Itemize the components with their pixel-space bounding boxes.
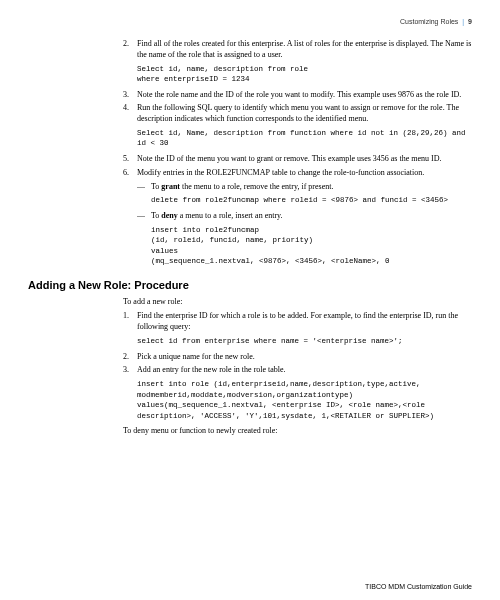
sub-deny-code: insert into role2funcmap (id, roleid, fu… <box>151 225 472 267</box>
step-6: 6. Modify entries in the ROLE2FUNCMAP ta… <box>123 168 472 179</box>
main-content: 2. Find all of the roles created for thi… <box>123 39 472 267</box>
page-number: 9 <box>468 18 472 25</box>
sub-grant-code: delete from role2funcmap where roleid = … <box>151 195 472 206</box>
section-heading: Adding a New Role: Procedure <box>28 279 472 291</box>
sub-text: To deny a menu to a role, insert an entr… <box>151 211 472 222</box>
step-4: 4. Run the following SQL query to identi… <box>123 103 472 125</box>
step-text: Modify entries in the ROLE2FUNCMAP table… <box>137 168 472 179</box>
step-text: Find the enterprise ID for which a role … <box>137 311 472 333</box>
section-intro: To add a new role: <box>123 297 472 308</box>
sub-text: To grant the menu to a role, remove the … <box>151 182 472 193</box>
step-5: 5. Note the ID of the menu you want to g… <box>123 154 472 165</box>
step-num: 3. <box>123 90 137 101</box>
page-footer: TIBCO MDM Customization Guide <box>365 583 472 590</box>
step-4-code: Select id, Name, description from functi… <box>137 128 472 149</box>
add-step-3-code: insert into role (id,enterpriseid,name,d… <box>137 379 472 421</box>
section2-content: 1. Find the enterprise ID for which a ro… <box>123 311 472 421</box>
step-num: 4. <box>123 103 137 125</box>
step-text: Note the role name and the ID of the rol… <box>137 90 472 101</box>
step-num: 5. <box>123 154 137 165</box>
add-step-2: 2. Pick a unique name for the new role. <box>123 352 472 363</box>
step-num: 1. <box>123 311 137 333</box>
step-num: 3. <box>123 365 137 376</box>
sub-deny: — To deny a menu to a role, insert an en… <box>137 211 472 222</box>
step-text: Run the following SQL query to identify … <box>137 103 472 125</box>
step-2-code: Select id, name, description from rolewh… <box>137 64 472 85</box>
step-text: Note the ID of the menu you want to gran… <box>137 154 472 165</box>
step-text: Add an entry for the new role in the rol… <box>137 365 472 376</box>
header-title: Customizing Roles <box>400 18 458 25</box>
page-header: Customizing Roles | 9 <box>28 18 472 25</box>
step-num: 6. <box>123 168 137 179</box>
step-text: Pick a unique name for the new role. <box>137 352 472 363</box>
step-num: 2. <box>123 39 137 61</box>
header-divider: | <box>462 18 464 25</box>
step-3: 3. Note the role name and the ID of the … <box>123 90 472 101</box>
step-num: 2. <box>123 352 137 363</box>
add-step-3: 3. Add an entry for the new role in the … <box>123 365 472 376</box>
sub-bullet: — <box>137 182 151 193</box>
sub-bullet: — <box>137 211 151 222</box>
step-text: Find all of the roles created for this e… <box>137 39 472 61</box>
add-step-1-code: select id from enterprise where name = '… <box>137 336 472 347</box>
step-2: 2. Find all of the roles created for thi… <box>123 39 472 61</box>
closing-text: To deny menu or function to newly create… <box>123 426 472 437</box>
add-step-1: 1. Find the enterprise ID for which a ro… <box>123 311 472 333</box>
sub-grant: — To grant the menu to a role, remove th… <box>137 182 472 193</box>
